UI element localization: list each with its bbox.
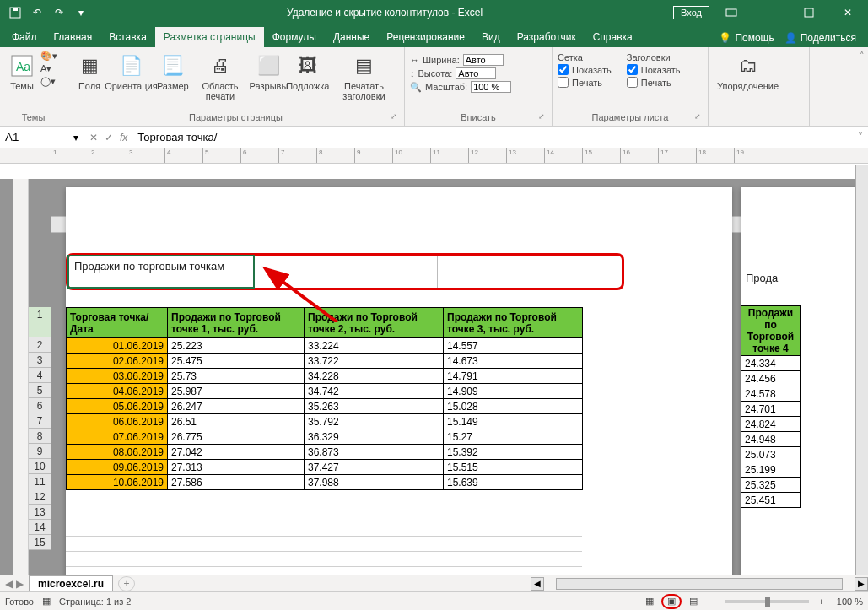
effects-icon[interactable]: ◯▾ xyxy=(40,76,57,87)
zoom-level[interactable]: 100 % xyxy=(829,597,863,607)
ribbon-display-icon[interactable] xyxy=(714,0,748,25)
tab-insert[interactable]: Вставка xyxy=(100,27,155,47)
formulabar: ▾ ✕ ✓ fx ˅ xyxy=(0,127,868,148)
redo-icon[interactable]: ↷ xyxy=(49,3,69,23)
sheet-nav-prev-icon[interactable]: ◀ xyxy=(5,578,13,590)
close-icon[interactable]: ✕ xyxy=(831,0,865,25)
height-input[interactable] xyxy=(456,67,496,79)
arrange-button[interactable]: 🗂Упорядочение xyxy=(714,51,782,93)
fonts-icon[interactable]: A▾ xyxy=(40,63,57,74)
window-title: Удаление и скрытие колонтитулов - Excel xyxy=(96,7,673,19)
signin-button[interactable]: Вход xyxy=(673,6,709,19)
table-row: 03.06.201925.7334.22814.791 xyxy=(67,369,583,384)
macro-record-icon[interactable]: ▦ xyxy=(42,596,51,607)
tab-file[interactable]: Файл xyxy=(3,27,46,47)
page2-table[interactable]: Продажи по Торговой точке 4 24.33424.456… xyxy=(741,305,801,508)
table-row: 05.06.201926.24735.26315.028 xyxy=(67,399,583,414)
gridlines-view-check[interactable]: Показать xyxy=(558,64,612,75)
background-button[interactable]: 🖼Подложка xyxy=(288,51,327,93)
vertical-ruler xyxy=(13,179,29,575)
breaks-icon: ⬜ xyxy=(255,52,282,79)
status-page: Страница: 1 из 2 xyxy=(59,597,132,607)
expand-formulabar-icon[interactable]: ˅ xyxy=(853,132,868,143)
gridlines-print-check[interactable]: Печать xyxy=(558,77,612,88)
zoom-in-icon[interactable]: + xyxy=(816,597,828,607)
height-icon: ↕ xyxy=(410,68,415,78)
hscroll-right-icon[interactable]: ▶ xyxy=(855,577,868,591)
header-center-section[interactable] xyxy=(254,256,439,288)
tab-view[interactable]: Вид xyxy=(473,27,509,47)
size-button[interactable]: 📃Размер xyxy=(156,51,190,93)
fx-icon[interactable]: fx xyxy=(120,132,127,143)
size-icon: 📃 xyxy=(159,52,186,79)
scale-launcher-icon[interactable]: ⤢ xyxy=(536,112,547,122)
group-sheet-label: Параметры листа⤢ xyxy=(556,112,704,124)
empty-rows[interactable] xyxy=(66,506,582,567)
undo-icon[interactable]: ↶ xyxy=(27,3,47,23)
tab-data[interactable]: Данные xyxy=(325,27,378,47)
page-2: Прода Продажи по Торговой точке 4 24.334… xyxy=(741,187,855,575)
maximize-icon[interactable] xyxy=(792,0,826,25)
save-icon[interactable] xyxy=(5,3,25,23)
margins-icon: ▦ xyxy=(76,52,103,79)
background-icon: 🖼 xyxy=(294,52,321,79)
width-icon: ↔ xyxy=(410,55,419,65)
collapse-ribbon-icon[interactable]: ˄ xyxy=(856,47,868,126)
cancel-formula-icon[interactable]: ✕ xyxy=(89,132,98,143)
margins-button[interactable]: ▦Поля xyxy=(73,51,106,93)
zoom-slider[interactable] xyxy=(725,600,809,603)
breaks-button[interactable]: ⬜Разрывы xyxy=(251,51,286,93)
pagelayout-view-icon[interactable]: ▣ xyxy=(661,594,682,609)
normal-view-icon[interactable]: ▦ xyxy=(639,594,660,609)
tab-home[interactable]: Главная xyxy=(46,27,101,47)
formula-input[interactable] xyxy=(132,131,853,143)
colors-icon[interactable]: 🎨▾ xyxy=(40,51,57,62)
tab-review[interactable]: Рецензирование xyxy=(378,27,473,47)
share-icon: 👤 xyxy=(784,32,797,44)
themes-button[interactable]: Aa Темы xyxy=(5,51,39,93)
pagebreak-view-icon[interactable]: ▤ xyxy=(683,594,704,609)
tab-help[interactable]: Справка xyxy=(585,27,641,47)
page-header-area[interactable]: Продажи по торговым точкам xyxy=(66,253,624,290)
data-table[interactable]: Торговая точка/ Дата Продажи по Торговой… xyxy=(66,307,583,490)
sheet-tabs: ◀▶ microexcel.ru + ◀ ▶ xyxy=(0,575,868,591)
orientation-button[interactable]: 📄Ориентация xyxy=(108,51,154,93)
horizontal-scrollbar[interactable] xyxy=(556,578,843,590)
printtitles-button[interactable]: ▤Печатать заголовки xyxy=(329,51,399,103)
tab-pagelayout[interactable]: Разметка страницы xyxy=(155,27,264,47)
row-headers[interactable]: 1 23456789101112131415 xyxy=(29,307,51,550)
svg-rect-1 xyxy=(13,8,18,11)
titlebar: ↶ ↷ ▾ Удаление и скрытие колонтитулов - … xyxy=(0,0,868,25)
minimize-icon[interactable] xyxy=(753,0,787,25)
table-row: 01.06.201925.22333.22414.557 xyxy=(67,338,583,354)
scale-icon: 🔍 xyxy=(410,82,422,93)
headings-view-check[interactable]: Показать xyxy=(627,64,681,75)
printarea-icon: 🖨 xyxy=(207,52,234,79)
qat-customize-icon[interactable]: ▾ xyxy=(71,3,91,23)
tab-developer[interactable]: Разработчик xyxy=(509,27,585,47)
sheet-tab[interactable]: microexcel.ru xyxy=(29,575,113,591)
printarea-button[interactable]: 🖨Область печати xyxy=(191,51,249,103)
table-row: 06.06.201926.5135.79215.149 xyxy=(67,414,583,429)
header-right-section[interactable] xyxy=(438,256,622,288)
printtitles-icon: ▤ xyxy=(350,52,377,79)
header-left-section[interactable]: Продажи по торговым точкам xyxy=(67,255,255,289)
headings-print-check[interactable]: Печать xyxy=(627,77,681,88)
enter-formula-icon[interactable]: ✓ xyxy=(105,132,113,143)
share-button[interactable]: 👤Поделиться xyxy=(781,29,860,47)
svg-rect-3 xyxy=(805,8,813,17)
arrange-icon: 🗂 xyxy=(735,52,762,79)
sheet-launcher-icon[interactable]: ⤢ xyxy=(693,112,703,122)
zoom-out-icon[interactable]: − xyxy=(705,597,717,607)
width-input[interactable] xyxy=(463,54,504,66)
add-sheet-icon[interactable]: + xyxy=(118,576,135,591)
tell-me-button[interactable]: 💡Помощь xyxy=(715,29,777,47)
hscroll-left-icon[interactable]: ◀ xyxy=(531,577,544,591)
page2-header-text: Прода xyxy=(746,272,778,284)
namebox[interactable]: ▾ xyxy=(0,127,84,148)
pagesetup-launcher-icon[interactable]: ⤢ xyxy=(389,112,399,122)
scale-input[interactable] xyxy=(471,81,511,93)
vertical-scrollbar[interactable] xyxy=(855,165,868,575)
sheet-nav-next-icon[interactable]: ▶ xyxy=(16,578,24,590)
tab-formulas[interactable]: Формулы xyxy=(264,27,325,47)
